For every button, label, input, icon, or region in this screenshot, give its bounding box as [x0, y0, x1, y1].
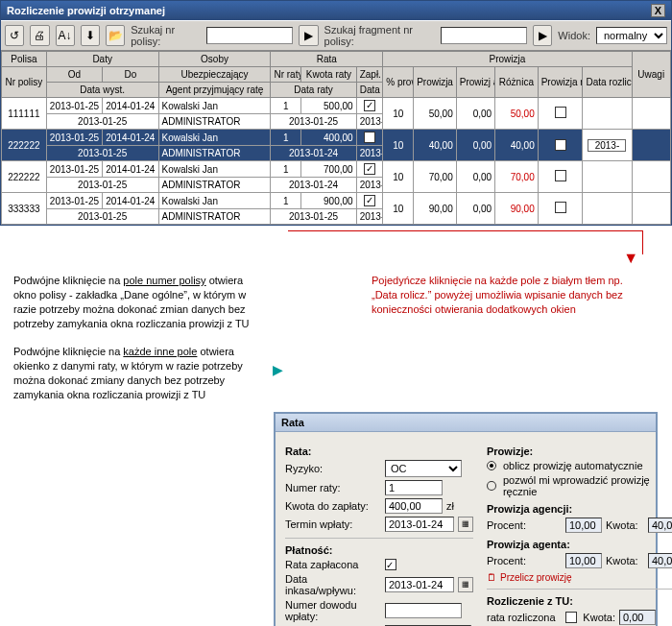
cell-nal[interactable]: 90,00: [414, 193, 457, 225]
cell-ubezp[interactable]: Kowalski Jan: [158, 193, 271, 209]
cell-data-rozl[interactable]: 2013-: [583, 130, 632, 161]
cell-ztu[interactable]: 0,00: [456, 193, 494, 225]
cell-rozl-chk[interactable]: [538, 130, 583, 161]
cell-zapl[interactable]: [356, 161, 383, 178]
cell-datwpl[interactable]: 2013-01-25: [356, 114, 383, 130]
cell-kwota[interactable]: 700,00: [301, 161, 356, 178]
cell-zapl[interactable]: [356, 130, 383, 146]
cell-rozl-chk[interactable]: [538, 98, 583, 130]
cell-nrpolisy[interactable]: 111111: [2, 98, 47, 130]
cell-nrpolisy[interactable]: 222222: [2, 130, 47, 161]
refresh-icon[interactable]: ↺: [5, 25, 24, 46]
ryzyko-select[interactable]: OC: [385, 460, 462, 477]
cell-ubezp[interactable]: Kowalski Jan: [158, 98, 271, 114]
cell-data-rozl[interactable]: [583, 193, 632, 225]
cell-kwota[interactable]: 500,00: [301, 98, 356, 114]
rozl-kwota-label: Kwota:: [581, 612, 615, 623]
cell-agent[interactable]: ADMINISTRATOR: [158, 146, 271, 161]
search-policy-input[interactable]: [206, 27, 293, 44]
procent-at-input: [565, 553, 602, 568]
cell-data-rozl[interactable]: [583, 98, 632, 130]
calendar-icon[interactable]: ▦: [458, 577, 473, 592]
cell-agent[interactable]: ADMINISTRATOR: [158, 178, 271, 193]
cell-od[interactable]: 2013-01-25: [46, 193, 102, 209]
cell-pct[interactable]: 10: [383, 98, 414, 130]
search-go-icon[interactable]: ▶: [299, 25, 318, 46]
cell-do[interactable]: 2014-01-24: [103, 193, 158, 209]
cell-nal[interactable]: 50,00: [414, 98, 457, 130]
search-fragment-input[interactable]: [441, 27, 527, 44]
cell-ubezp[interactable]: Kowalski Jan: [158, 130, 271, 146]
cell-nrraty[interactable]: 1: [271, 130, 301, 146]
datainkasa-input[interactable]: [385, 577, 454, 592]
nrraty-input[interactable]: [385, 480, 443, 495]
cell-nrpolisy[interactable]: 222222: [2, 161, 47, 193]
cell-nrraty[interactable]: 1: [271, 193, 301, 209]
cell-rozn[interactable]: 70,00: [495, 161, 539, 193]
cell-ztu[interactable]: 0,00: [456, 130, 494, 161]
cell-datwpl[interactable]: 2013-01-25: [356, 209, 383, 225]
cell-do[interactable]: 2014-01-24: [103, 98, 158, 114]
cell-zapl[interactable]: [356, 193, 383, 209]
cell-nrpolisy[interactable]: 333333: [2, 193, 47, 225]
calendar-icon[interactable]: ▦: [458, 517, 473, 532]
export-icon[interactable]: ⬇: [81, 25, 100, 46]
cell-rozl-chk[interactable]: [538, 161, 583, 193]
cell-rozn[interactable]: 50,00: [495, 98, 539, 130]
cell-ztu[interactable]: 0,00: [456, 161, 494, 193]
rata-rozl-checkbox[interactable]: [565, 612, 577, 623]
cell-wyst[interactable]: 2013-01-25: [46, 209, 158, 225]
cell-nal[interactable]: 70,00: [414, 161, 457, 193]
cell-rozl-chk[interactable]: [538, 193, 583, 225]
cell-do[interactable]: 2014-01-24: [103, 130, 158, 146]
cell-kwota[interactable]: 400,00: [301, 130, 356, 146]
cell-do[interactable]: 2014-01-24: [103, 161, 158, 178]
cell-kwota[interactable]: 900,00: [301, 193, 356, 209]
cell-uwagi[interactable]: [632, 98, 671, 130]
data-rozl-cell-input[interactable]: 2013-: [588, 139, 626, 152]
cell-nal[interactable]: 40,00: [414, 130, 457, 161]
cell-wyst[interactable]: 2013-01-25: [46, 114, 158, 130]
cell-wyst[interactable]: 2013-01-25: [46, 146, 158, 161]
cell-uwagi[interactable]: [632, 161, 671, 193]
radio-manual[interactable]: [487, 481, 496, 491]
cell-pct[interactable]: 10: [383, 130, 414, 161]
cell-rozn[interactable]: 40,00: [495, 130, 539, 161]
cell-pct[interactable]: 10: [383, 161, 414, 193]
cell-datwpl[interactable]: 2013-01-24: [356, 146, 383, 161]
zaplac-checkbox[interactable]: [385, 559, 396, 570]
radio-auto[interactable]: [487, 461, 496, 470]
sort-icon[interactable]: A↓: [56, 25, 75, 46]
cell-od[interactable]: 2013-01-25: [46, 130, 102, 146]
nrdow-input[interactable]: [385, 603, 462, 618]
window-close-icon[interactable]: X: [651, 4, 665, 17]
cell-ztu[interactable]: 0,00: [456, 98, 494, 130]
view-select[interactable]: normalny: [596, 27, 667, 44]
cell-ubezp[interactable]: Kowalski Jan: [158, 161, 271, 178]
cell-agent[interactable]: ADMINISTRATOR: [158, 114, 271, 130]
termin-input[interactable]: [385, 517, 454, 532]
folder-icon[interactable]: 📂: [106, 25, 125, 46]
cell-data-rozl[interactable]: [583, 161, 632, 193]
cell-rozn[interactable]: 90,00: [495, 193, 539, 225]
kwota-ag-input: [648, 518, 672, 533]
cell-datraty[interactable]: 2013-01-24: [271, 146, 356, 161]
kwota-input[interactable]: [385, 498, 443, 514]
print-icon[interactable]: 🖨: [30, 25, 49, 46]
cell-uwagi[interactable]: [632, 130, 671, 161]
cell-wyst[interactable]: 2013-01-25: [46, 178, 158, 193]
cell-datraty[interactable]: 2013-01-24: [271, 178, 356, 193]
cell-nrraty[interactable]: 1: [271, 98, 301, 114]
cell-datraty[interactable]: 2013-01-25: [271, 114, 356, 130]
cell-pct[interactable]: 10: [383, 193, 414, 225]
cell-agent[interactable]: ADMINISTRATOR: [158, 209, 271, 225]
search2-go-icon[interactable]: ▶: [533, 25, 552, 46]
cell-nrraty[interactable]: 1: [271, 161, 301, 178]
recalc-link[interactable]: Przelicz prowizję: [487, 572, 672, 583]
cell-uwagi[interactable]: [632, 193, 671, 225]
cell-od[interactable]: 2013-01-25: [46, 98, 102, 114]
cell-datraty[interactable]: 2013-01-25: [271, 209, 356, 225]
cell-datwpl[interactable]: 2013-01-24: [356, 178, 383, 193]
cell-zapl[interactable]: [356, 98, 383, 114]
cell-od[interactable]: 2013-01-25: [46, 161, 102, 178]
